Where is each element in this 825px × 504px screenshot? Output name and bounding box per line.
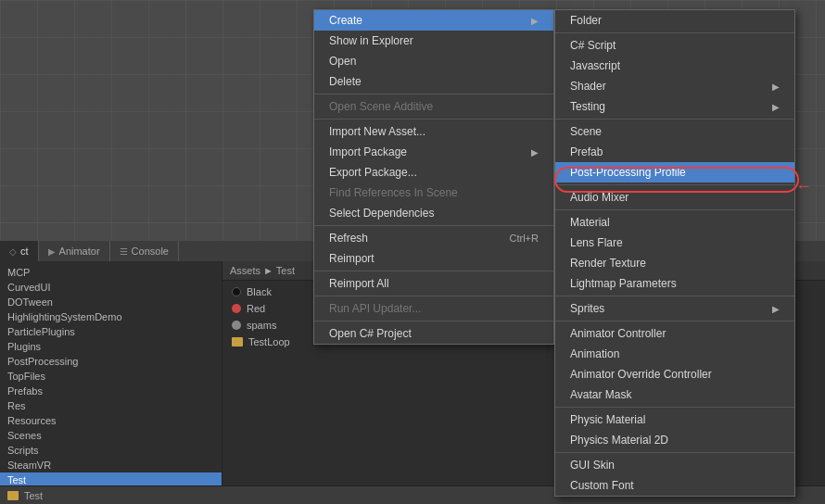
sub-testing[interactable]: Testing ▶ [555,96,794,117]
sub-lightmap-parameters[interactable]: Lightmap Parameters [555,273,794,294]
sub-animator-controller-label: Animator Controller [570,327,666,340]
sub-csharp[interactable]: C# Script [555,35,794,56]
cm-import-package-label: Import Package [329,145,407,158]
sub-testing-label: Testing [570,100,605,113]
cm-export-package-label: Export Package... [329,166,417,179]
sidebar-item-steamvr[interactable]: SteamVR [0,458,222,472]
sub-physic-material-label: Physic Material [570,413,645,426]
cm-create[interactable]: Create ▶ [314,10,553,31]
sub-sep7 [555,407,794,408]
sidebar-item-scenes[interactable]: Scenes [0,428,222,443]
cm-create-arrow: ▶ [531,16,539,26]
sub-physics-material-2d[interactable]: Physics Material 2D [555,430,794,450]
cm-import-package[interactable]: Import Package ▶ [314,142,553,162]
sub-audio-mixer[interactable]: Audio Mixer [555,187,794,208]
sub-javascript-label: Javascript [570,59,620,72]
cm-open-cs-project-label: Open C# Project [329,327,412,340]
tab-ct[interactable]: ◇ ct [0,241,39,261]
sub-gui-skin[interactable]: GUI Skin [555,455,794,475]
cm-sep5 [314,296,553,296]
sub-lens-flare[interactable]: Lens Flare [555,233,794,253]
cm-import-new-asset[interactable]: Import New Asset... [314,121,553,142]
asset-black-icon [232,287,241,296]
sidebar-item-curvedui[interactable]: CurvedUI [0,280,222,295]
tab-console-icon: ☰ [120,246,128,257]
sub-sep3 [555,184,794,185]
asset-red-label: Red [247,303,265,314]
cm-select-dependencies[interactable]: Select Dependencies [314,203,553,223]
sidebar-item-highlighting[interactable]: HighlightingSystemDemo [0,309,222,324]
cm-open[interactable]: Open [314,51,553,71]
cm-reimport-all-label: Reimport All [329,277,389,290]
cm-create-label: Create [329,14,362,27]
sub-folder[interactable]: Folder [555,10,794,31]
sub-prefab[interactable]: Prefab [555,142,794,162]
context-menu-main: Create ▶ Show in Explorer Open Delete Op… [313,9,554,345]
sub-animation[interactable]: Animation [555,344,794,364]
sidebar-item-scripts[interactable]: Scripts [0,443,222,458]
tab-ct-label: ct [20,246,29,257]
sub-post-processing-profile[interactable]: Post-Processing Profile [555,162,794,183]
sub-csharp-label: C# Script [570,39,616,52]
sub-custom-font[interactable]: Custom Font [555,475,794,496]
cm-import-new-asset-label: Import New Asset... [329,125,425,138]
sub-audio-mixer-label: Audio Mixer [570,191,628,204]
cm-sep1 [314,94,553,94]
cm-show-explorer[interactable]: Show in Explorer [314,31,553,51]
cm-reimport-all[interactable]: Reimport All [314,273,553,294]
sub-shader-label: Shader [570,80,606,93]
project-sidebar: MCP CurvedUI DOTween HighlightingSystemD… [0,261,222,485]
tab-console[interactable]: ☰ Console [110,241,179,261]
cm-refresh-shortcut: Ctrl+R [510,233,539,244]
sidebar-item-topfiles[interactable]: TopFiles [0,369,222,384]
sub-scene[interactable]: Scene [555,121,794,142]
sub-scene-label: Scene [570,125,602,138]
sub-sprites[interactable]: Sprites ▶ [555,298,794,319]
sidebar-item-res[interactable]: Res [0,398,222,413]
sidebar-item-resources[interactable]: Resources [0,413,222,428]
asset-black-label: Black [247,286,272,297]
cm-sep2 [314,119,553,120]
sub-sprites-arrow: ▶ [772,304,780,314]
tab-animator[interactable]: ▶ Animator [39,241,110,261]
sidebar-item-particleplugins[interactable]: ParticlePlugins [0,324,222,339]
sub-avatar-mask[interactable]: Avatar Mask [555,384,794,405]
cm-open-scene-additive-label: Open Scene Additive [329,100,433,113]
sub-physic-material[interactable]: Physic Material [555,410,794,430]
asset-spams-label: spams [247,320,276,331]
sidebar-item-postprocessing[interactable]: PostProcessing [0,354,222,369]
sidebar-item-mcp[interactable]: MCP [0,265,222,280]
sub-shader-arrow: ▶ [772,82,780,92]
sidebar-item-plugins[interactable]: Plugins [0,339,222,354]
sub-material-label: Material [570,216,610,229]
sub-animation-label: Animation [570,347,619,360]
cm-open-cs-project[interactable]: Open C# Project [314,323,553,344]
sub-shader[interactable]: Shader ▶ [555,76,794,96]
sub-post-processing-profile-label: Post-Processing Profile [570,166,686,179]
sub-animator-controller[interactable]: Animator Controller [555,323,794,344]
cm-find-references: Find References In Scene [314,183,553,203]
sub-material[interactable]: Material [555,212,794,233]
sidebar-item-prefabs[interactable]: Prefabs [0,384,222,398]
cm-export-package[interactable]: Export Package... [314,162,553,183]
sub-prefab-label: Prefab [570,145,603,158]
sub-javascript[interactable]: Javascript [555,56,794,76]
status-folder-icon [7,491,19,500]
cm-reimport-label: Reimport [329,252,374,265]
tab-console-label: Console [132,246,169,257]
sub-animator-override[interactable]: Animator Override Controller [555,364,794,384]
cm-open-scene-additive: Open Scene Additive [314,96,553,117]
sub-physics-material-2d-label: Physics Material 2D [570,434,668,447]
sub-avatar-mask-label: Avatar Mask [570,388,631,401]
sidebar-item-dotween[interactable]: DOTween [0,295,222,309]
sub-render-texture[interactable]: Render Texture [555,253,794,273]
cm-reimport[interactable]: Reimport [314,248,553,269]
cm-import-package-arrow: ▶ [531,147,539,158]
cm-sep6 [314,321,553,321]
cm-show-explorer-label: Show in Explorer [329,34,413,47]
sidebar-item-test[interactable]: Test [0,472,222,485]
sub-render-texture-label: Render Texture [570,257,646,270]
cm-sep4 [314,271,553,271]
cm-refresh[interactable]: Refresh Ctrl+R [314,228,553,248]
cm-delete[interactable]: Delete [314,71,553,92]
